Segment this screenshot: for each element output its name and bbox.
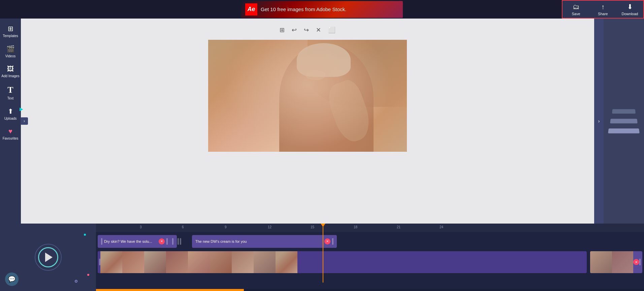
templates-label: Templates (3, 34, 18, 38)
layers-stack (609, 111, 639, 131)
uploads-icon: ⬆ (8, 107, 13, 115)
play-button[interactable] (38, 247, 58, 267)
clip-handle-extra-1[interactable] (172, 238, 173, 245)
layer-middle (610, 119, 638, 123)
save-label: Save (572, 12, 580, 16)
ruler-mark-18: 18 (354, 225, 357, 229)
video-thumb-4 (166, 251, 188, 273)
clip-handle-right-2[interactable] (332, 238, 333, 245)
video-canvas[interactable] (208, 40, 407, 152)
download-label: Download (622, 12, 638, 16)
timeline: 3 6 9 12 15 18 21 24 Dry skin? We have t… (96, 224, 644, 291)
right-panel-toggle[interactable]: › (594, 19, 604, 224)
chat-icon: 💬 (8, 275, 15, 283)
sidebar-item-templates[interactable]: ⊞ Templates (0, 22, 21, 40)
timeline-tracks: Dry skin? We have the solu... ✕ The new … (96, 232, 644, 288)
favourites-icon: ♥ (8, 127, 12, 135)
text-clip-2-content: The new DW's cream is for you (195, 239, 323, 243)
layer-bottom (608, 128, 640, 133)
templates-icon: ⊞ (8, 25, 13, 33)
text-clip-2[interactable]: The new DW's cream is for you ✕ (192, 235, 337, 248)
text-label: Text (7, 96, 13, 100)
main-layout: ▶ ⊞ Templates 🎬 Videos 🖼 Add Images T Te… (0, 19, 644, 224)
videos-label: Videos (5, 54, 15, 58)
grid-view-button[interactable]: ⊞ (279, 25, 286, 35)
expand-button[interactable]: ⬜ (327, 25, 336, 35)
dot-decoration-1 (84, 234, 86, 236)
uploads-label: Uploads (4, 117, 17, 120)
right-layers-panel (604, 19, 644, 224)
video-clip-right[interactable]: ✕ (590, 251, 642, 273)
ruler-mark-3: 3 (140, 225, 142, 229)
dot-decoration-2 (87, 274, 89, 276)
add-images-icon: 🖼 (7, 65, 14, 73)
bottom-section: 💬 3 6 9 12 15 18 21 24 Dr (0, 224, 644, 291)
video-thumb-5 (188, 251, 210, 273)
sidebar-item-favourites[interactable]: ♥ Favourites (0, 125, 21, 143)
layer-top (612, 109, 636, 114)
video-clip-main[interactable] (98, 251, 587, 273)
gap-handle-2[interactable] (180, 238, 181, 245)
sidebar-expand-arrow[interactable]: ▶ (20, 106, 23, 112)
add-images-label: Add Images (1, 74, 19, 78)
close-button[interactable]: ✕ (315, 25, 322, 35)
playhead[interactable] (323, 224, 323, 283)
download-button[interactable]: ⬇ Download (616, 0, 643, 19)
ruler-mark-12: 12 (268, 225, 271, 229)
clip-handle-left-1[interactable] (101, 238, 102, 245)
video-thumb-3 (144, 251, 166, 273)
chat-button[interactable]: 💬 (5, 272, 19, 286)
ruler-mark-21: 21 (397, 225, 400, 229)
video-track: ✕ (96, 250, 644, 274)
save-button[interactable]: 🗂 Save (562, 0, 589, 19)
text-clip-2-close[interactable]: ✕ (324, 238, 330, 244)
play-ring (35, 244, 62, 271)
undo-button[interactable]: ↩ (291, 25, 298, 35)
ruler-mark-6: 6 (182, 225, 184, 229)
video-thumb-7 (232, 251, 254, 273)
right-panel-toggle-icon: › (598, 118, 600, 124)
play-triangle-icon (45, 253, 53, 262)
text-clip-1-close[interactable]: ✕ (159, 238, 165, 244)
canvas-toolbar: ⊞ ↩ ↪ ✕ ⬜ (279, 25, 336, 35)
video-thumb-8 (254, 251, 276, 273)
canvas-area: ⊞ ↩ ↪ ✕ ⬜ (21, 19, 594, 224)
video-thumb-2 (122, 251, 144, 273)
share-label: Share (598, 12, 608, 16)
timeline-progress-bar-fill (96, 289, 244, 291)
sidebar-item-videos[interactable]: 🎬 Videos (0, 42, 21, 61)
text-clip-1-content: Dry skin? We have the solu... (104, 239, 157, 243)
ad-bar: Ae Get 10 free images from Adobe Stock. … (0, 0, 644, 19)
clip-handle-right-1[interactable] (166, 238, 168, 245)
left-sidebar: ▶ ⊞ Templates 🎬 Videos 🖼 Add Images T Te… (0, 19, 21, 224)
sidebar-item-text[interactable]: T Text (0, 82, 21, 103)
sidebar-item-add-images[interactable]: 🖼 Add Images (0, 62, 21, 81)
redo-button[interactable]: ↪ (303, 25, 310, 35)
timeline-ruler: 3 6 9 12 15 18 21 24 (96, 224, 644, 232)
text-icon: T (7, 85, 13, 95)
bottom-left-controls: 💬 (0, 224, 96, 291)
ruler-mark-24: 24 (440, 225, 443, 229)
playhead-arrow-icon (321, 224, 325, 227)
ad-banner[interactable]: Ae Get 10 free images from Adobe Stock. (241, 1, 403, 18)
adobe-logo-icon: Ae (245, 3, 257, 16)
video-clip-handle-right[interactable] (639, 259, 641, 265)
ruler-mark-9: 9 (225, 225, 227, 229)
sidebar-item-uploads[interactable]: ⬆ Uploads (0, 105, 21, 123)
sidebar-expand-button[interactable]: › (21, 117, 28, 125)
share-icon: ↑ (601, 3, 605, 11)
video-overlay (208, 40, 407, 152)
video-clip-right-close[interactable]: ✕ (633, 259, 639, 265)
video-thumb-9 (276, 251, 297, 273)
favourites-label: Favourites (3, 137, 19, 140)
share-button[interactable]: ↑ Share (589, 0, 616, 19)
gap-handle-1[interactable] (178, 238, 179, 245)
video-thumb-6 (210, 251, 232, 273)
save-icon: 🗂 (573, 3, 579, 11)
download-icon: ⬇ (627, 3, 633, 11)
text-clip-1[interactable]: Dry skin? We have the solu... ✕ (98, 235, 177, 248)
timeline-progress-bar-container[interactable] (96, 289, 644, 291)
video-thumbnails-right (590, 251, 633, 273)
ruler-mark-15: 15 (311, 225, 314, 229)
video-frame (208, 40, 407, 152)
